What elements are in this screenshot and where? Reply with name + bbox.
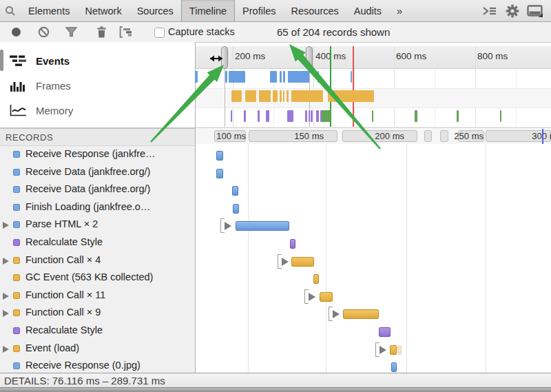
record-bar-loading[interactable] bbox=[391, 362, 397, 372]
sidebar-item-events[interactable]: Events bbox=[0, 50, 195, 72]
rendering-category-swatch bbox=[13, 239, 20, 246]
scripting-category-swatch bbox=[13, 345, 20, 352]
overview-bar-rendering[interactable] bbox=[266, 110, 269, 122]
overview-bar-scripting[interactable] bbox=[280, 90, 282, 102]
overview-bar-scripting[interactable] bbox=[245, 90, 256, 102]
overview-bar-scripting[interactable] bbox=[283, 90, 284, 102]
overview-bar-rendering[interactable] bbox=[309, 110, 310, 122]
record-expander-triangle[interactable] bbox=[380, 346, 386, 354]
record-list-item[interactable]: Receive Data (jankfree.org/) bbox=[0, 164, 195, 182]
overview-bar-scripting[interactable] bbox=[273, 90, 278, 102]
search-icon[interactable] bbox=[0, 0, 21, 21]
record-list-item[interactable]: Receive Response (0.jpg) bbox=[0, 358, 195, 373]
overview-bar-loading[interactable] bbox=[288, 71, 309, 83]
overview-bar-rendering[interactable] bbox=[311, 110, 313, 122]
record-expander-triangle[interactable] bbox=[333, 310, 340, 318]
record-label: Event (load) bbox=[25, 342, 79, 353]
overview-bar-rendering[interactable] bbox=[231, 110, 232, 122]
record-button[interactable] bbox=[7, 22, 25, 41]
record-list-item[interactable]: Finish Loading (jankfree.o… bbox=[0, 199, 195, 217]
expand-triangle-icon[interactable] bbox=[3, 258, 9, 265]
overview-bar-scripting[interactable] bbox=[259, 90, 271, 102]
tab-elements[interactable]: Elements bbox=[21, 0, 77, 21]
expand-triangle-icon[interactable] bbox=[3, 346, 9, 353]
overview-bar-scripting[interactable] bbox=[287, 90, 289, 102]
record-expander-triangle[interactable] bbox=[309, 293, 315, 301]
overview-left-handle[interactable] bbox=[221, 46, 228, 69]
record-list-item[interactable]: Receive Data (jankfree.org/) bbox=[0, 181, 195, 199]
sidebar-item-frames[interactable]: Frames bbox=[0, 74, 195, 96]
capture-stacks-checkbox[interactable] bbox=[154, 28, 165, 38]
overview-bar-painting[interactable] bbox=[372, 110, 373, 122]
record-bar-loading[interactable] bbox=[233, 204, 239, 214]
console-toggle-icon[interactable] bbox=[481, 3, 499, 19]
record-bar-loading[interactable] bbox=[216, 151, 223, 161]
record-bar-loading[interactable] bbox=[232, 186, 238, 196]
record-list-item[interactable]: Recalculate Style bbox=[0, 322, 195, 340]
record-list-item[interactable]: Function Call × 11 bbox=[0, 287, 195, 305]
tab-audits[interactable]: Audits bbox=[346, 0, 389, 21]
loading-category-swatch bbox=[13, 204, 20, 211]
tab-resources[interactable]: Resources bbox=[283, 0, 346, 21]
clear-button[interactable] bbox=[34, 22, 52, 41]
record-expander-triangle[interactable] bbox=[225, 222, 231, 230]
overview-mode-sidebar: Events Frames Memory bbox=[0, 42, 195, 128]
record-bar-rendering[interactable] bbox=[290, 239, 295, 249]
overview-bar-scripting[interactable] bbox=[231, 90, 242, 102]
record-bar-loading[interactable] bbox=[216, 169, 223, 178]
overview-ruler-label: 200 ms bbox=[235, 51, 265, 61]
tab-profiles[interactable]: Profiles bbox=[235, 0, 283, 21]
settings-gear-icon[interactable] bbox=[503, 3, 521, 19]
expand-triangle-icon[interactable] bbox=[3, 293, 9, 300]
record-bar-scripting[interactable] bbox=[320, 292, 333, 302]
sidebar-scroll-thumb[interactable] bbox=[0, 50, 3, 71]
overview-bar-rendering[interactable] bbox=[305, 110, 307, 122]
overview-bar-painting[interactable] bbox=[322, 110, 331, 122]
record-list-item[interactable]: Event (load) bbox=[0, 340, 195, 358]
tab-network[interactable]: Network bbox=[77, 0, 129, 21]
record-bar-scripting[interactable] bbox=[343, 309, 379, 319]
overview-bar-painting[interactable] bbox=[415, 110, 417, 122]
show-stacks-button[interactable] bbox=[116, 22, 139, 41]
tab-timeline[interactable]: Timeline bbox=[181, 0, 235, 21]
tab-overflow-chevron[interactable]: » bbox=[389, 0, 410, 21]
dock-side-icon[interactable] bbox=[526, 3, 544, 19]
filter-button[interactable] bbox=[62, 22, 80, 41]
overview-bar-rendering[interactable] bbox=[316, 110, 319, 122]
overview-bar-loading[interactable] bbox=[270, 71, 277, 83]
record-bar-scripting[interactable] bbox=[390, 345, 397, 355]
overview-bar-rendering[interactable] bbox=[287, 110, 293, 122]
tab-sources[interactable]: Sources bbox=[129, 0, 181, 21]
garbage-collect-button[interactable] bbox=[92, 22, 110, 41]
record-bar-scripting[interactable] bbox=[291, 257, 314, 267]
overview-bar-painting[interactable] bbox=[457, 110, 459, 122]
record-list-item[interactable]: GC Event (563 KB collected) bbox=[0, 269, 195, 287]
record-bar-scripting[interactable] bbox=[313, 274, 319, 284]
overview-bar-scripting[interactable] bbox=[328, 90, 374, 102]
record-list-item[interactable]: Parse HTML × 2 bbox=[0, 216, 195, 234]
overview-bar-loading[interactable] bbox=[283, 71, 285, 83]
canvas-gridline bbox=[326, 144, 326, 373]
record-expander-triangle[interactable] bbox=[282, 258, 289, 266]
overview-bar-rendering[interactable] bbox=[244, 110, 246, 122]
overview-bar-loading[interactable] bbox=[225, 71, 227, 83]
overview-bar-loading[interactable] bbox=[351, 71, 352, 83]
overview-right-handle[interactable] bbox=[306, 46, 313, 69]
overview-bar-loading[interactable] bbox=[280, 71, 282, 83]
expand-triangle-icon[interactable] bbox=[3, 310, 9, 317]
overview-bar-loading[interactable] bbox=[318, 71, 319, 83]
record-list-item[interactable]: Receive Response (jankfre… bbox=[0, 146, 195, 164]
overview-bar-scripting[interactable] bbox=[291, 90, 323, 102]
record-bar-loading[interactable] bbox=[236, 221, 289, 231]
overview-bar-rendering[interactable] bbox=[258, 110, 260, 122]
overview-bar-painting[interactable] bbox=[500, 110, 501, 122]
overview-bar-loading[interactable] bbox=[229, 71, 245, 83]
record-list-item[interactable]: Recalculate Style bbox=[0, 234, 195, 252]
expand-triangle-icon[interactable] bbox=[3, 222, 9, 229]
record-bar-rendering[interactable] bbox=[379, 327, 391, 337]
overview-bar-loading[interactable] bbox=[195, 71, 198, 83]
record-label: Function Call × 9 bbox=[25, 307, 101, 318]
record-list-item[interactable]: Function Call × 9 bbox=[0, 305, 195, 322]
record-list-item[interactable]: Function Call × 4 bbox=[0, 252, 195, 270]
sidebar-item-memory[interactable]: Memory bbox=[0, 99, 195, 121]
